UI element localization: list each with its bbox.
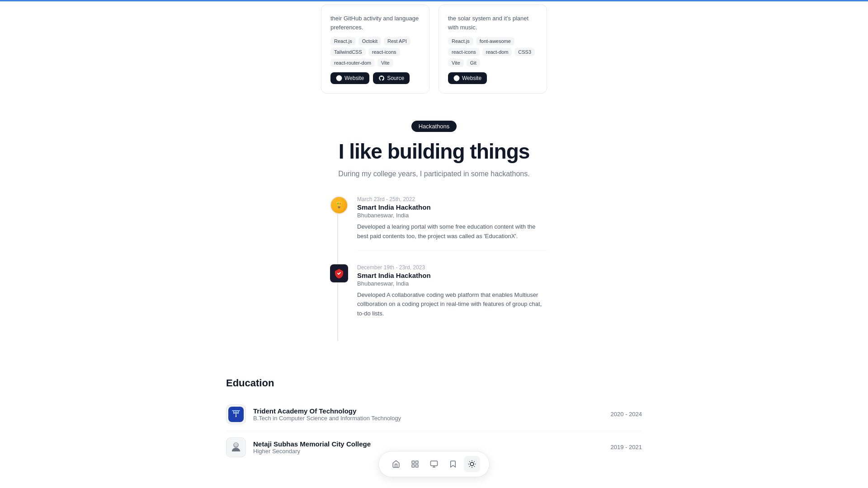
edu-logo-1: T [226,404,246,424]
tag2-git: Git [467,59,480,67]
hackathon-1-name: Smart India Hackathon [357,203,547,211]
card-2-tags: React.js font-awesome react-icons react-… [448,37,538,67]
hackathon-2-name: Smart India Hackathon [357,272,547,279]
svg-rect-21 [416,461,418,463]
hackathon-2-content: December 19th - 23rd, 2023 Smart India H… [357,264,547,328]
hackathons-title: I like building things [226,139,642,164]
progress-bar [0,0,868,1]
hackathons-subtitle: During my college years, I participated … [226,170,642,178]
edu-1-degree: B.Tech in Computer Science and Informati… [253,415,604,422]
svg-rect-16 [236,410,236,416]
globe-icon-2 [453,75,460,81]
hackathon-item-2: December 19th - 23rd, 2023 Smart India H… [330,264,547,328]
project-card-1: their GitHub activity and language prefe… [321,5,429,94]
netaji-logo-svg [228,440,244,455]
tag-reactjs: React.js [330,37,356,45]
nav-bookmark-button[interactable] [445,456,461,472]
source-label-1: Source [387,75,404,81]
nav-grid-button[interactable] [407,456,423,472]
nav-home-button[interactable] [388,456,404,472]
svg-rect-20 [412,461,414,463]
edu-1-info: Trident Academy Of Technology B.Tech in … [253,407,604,422]
svg-rect-23 [416,465,418,467]
svg-rect-15 [238,410,239,414]
card-2-description: the solar system and it's planet with mu… [448,14,538,32]
edu-1-school: Trident Academy Of Technology [253,407,604,415]
trident-logo-svg: T [228,407,244,422]
card-2-buttons: Website [448,72,538,84]
tag-restapi: Rest API [384,37,410,45]
tag-react-router: react-router-dom [330,59,375,67]
svg-rect-4 [338,206,340,208]
shield-svg-2 [334,268,344,279]
bulb-svg-1 [333,199,345,211]
edu-2-school: Netaji Subhas Memorial City College [253,440,604,448]
svg-rect-14 [233,410,234,414]
svg-rect-5 [338,207,340,208]
tag2-react-icons: react-icons [448,48,480,56]
website-label-1: Website [344,75,364,81]
globe-icon-1 [336,75,342,81]
edu-item-1: T Trident Academy Of Technology B.Tech i… [226,398,642,431]
hackathons-section: Hackathons I like building things During… [226,94,642,359]
svg-rect-22 [412,465,414,467]
tag-vite: Vite [377,59,393,67]
tag2-react-dom: react-dom [482,48,512,56]
education-title: Education [226,377,642,389]
hackathon-1-location: Bhubaneswar, India [357,212,547,219]
hackathon-2-icon [330,264,348,282]
tag2-vite: Vite [448,59,464,67]
home-icon [392,460,400,468]
sun-icon [468,460,476,468]
svg-line-35 [474,461,475,462]
hackathon-2-desc: Developed A collaborative coding web pla… [357,291,547,319]
hackathons-badge: Hackathons [411,121,457,132]
tag2-css3: CSS3 [514,48,535,56]
monitor-icon [430,460,438,468]
tag-react-icons: react-icons [368,48,400,56]
svg-rect-24 [431,461,438,466]
hackathon-1-content: March 23rd - 25th, 2022 Smart India Hack… [357,196,547,251]
edu-1-years: 2020 - 2024 [611,411,642,418]
github-icon-1 [378,75,385,81]
svg-line-34 [469,466,470,467]
tag2-reactjs: React.js [448,37,473,45]
edu-2-years: 2019 - 2021 [611,444,642,450]
card-1-description: their GitHub activity and language prefe… [330,14,420,32]
bottom-navigation [378,451,490,477]
svg-point-27 [470,462,474,466]
project-card-2: the solar system and it's planet with mu… [439,5,547,94]
hackathon-1-icon [330,196,348,214]
nav-monitor-button[interactable] [426,456,442,472]
tag-tailwind: TailwindCSS [330,48,366,56]
tag2-fontawesome: font-awesome [476,37,514,45]
bookmark-icon [449,460,457,468]
website-button-2[interactable]: Website [448,72,487,84]
svg-line-30 [469,461,470,462]
nav-sun-button[interactable] [464,456,480,472]
card-1-tags: React.js Octokit Rest API TailwindCSS re… [330,37,420,67]
svg-line-31 [474,466,475,467]
hackathon-1-desc: Developed a learing portal with some fre… [357,222,547,241]
projects-section: their GitHub activity and language prefe… [226,0,642,94]
tag-octokit: Octokit [359,37,381,45]
hackathon-item-1: March 23rd - 25th, 2022 Smart India Hack… [330,196,547,251]
hackathon-1-date: March 23rd - 25th, 2022 [357,196,547,202]
website-button-1[interactable]: Website [330,72,369,84]
grid-icon [411,460,419,468]
hackathons-timeline: March 23rd - 25th, 2022 Smart India Hack… [321,196,547,341]
website-label-2: Website [462,75,481,81]
source-button-1[interactable]: Source [373,72,410,84]
card-1-buttons: Website Source [330,72,420,84]
hackathon-2-date: December 19th - 23rd, 2023 [357,264,547,271]
hackathon-2-location: Bhubaneswar, India [357,280,547,287]
gadgets-section: Gadgets That I Use Featured [226,482,642,488]
svg-point-19 [234,443,238,446]
edu-logo-2 [226,437,246,457]
